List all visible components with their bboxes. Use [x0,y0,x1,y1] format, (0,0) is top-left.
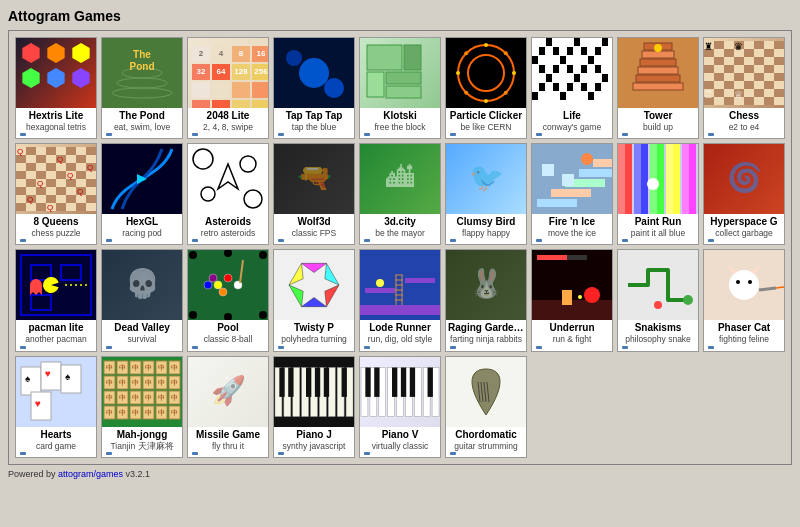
game-subtitle-hyperspace: collect garbage [706,228,782,238]
game-subtitle-pacman: another pacman [18,334,94,344]
game-card-clumsy[interactable]: Clumsy Birdflappy happy [445,143,527,245]
game-card-pianoj[interactable]: Piano Jsynthy javascript [273,356,355,458]
game-badge-pianov [362,451,438,456]
game-card-chordo[interactable]: Chordomaticguitar strumming [445,356,527,458]
game-thumb-wolf3d [274,144,354,214]
game-card-asteroids[interactable]: Asteroidsretro asteroids [187,143,269,245]
game-card-deadvalley[interactable]: Dead Valleysurvival [101,249,183,351]
game-info-hyperspace: Hyperspace Gcollect garbage [704,214,784,244]
game-thumb-twisty [274,250,354,320]
game-badge-missile [190,451,266,456]
game-title-wolf3d: Wolf3d [276,216,352,228]
games-grid-container: Hextris Litehexagonal tetrisThe Pondeat,… [8,30,792,465]
game-subtitle-clumsy: flappy happy [448,228,524,238]
games-grid: Hextris Litehexagonal tetrisThe Pondeat,… [15,37,785,458]
game-card-pond[interactable]: The Pondeat, swim, love [101,37,183,139]
game-info-raging: Raging Gardensfarting ninja rabbits [446,320,526,350]
game-subtitle-lode: run, dig, old style [362,334,438,344]
game-subtitle-3dcity: be the mayor [362,228,438,238]
game-card-particle[interactable]: Particle Clickerbe like CERN [445,37,527,139]
game-card-pianov[interactable]: Piano Vvirtually classic [359,356,441,458]
game-card-hextris[interactable]: Hextris Litehexagonal tetris [15,37,97,139]
game-card-pacman[interactable]: pacman liteanother pacman [15,249,97,351]
game-card-twisty[interactable]: Twisty Ppolyhedra turning [273,249,355,351]
game-card-life[interactable]: Lifeconway's game [531,37,613,139]
game-badge-hextris [18,132,94,137]
game-title-klotski: Klotski [362,110,438,122]
game-info-fireice: Fire 'n Icemove the ice [532,214,612,244]
game-badge-clumsy [448,238,524,243]
game-card-wolf3d[interactable]: Wolf3dclassic FPS [273,143,355,245]
game-title-pianoj: Piano J [276,429,352,441]
page-title: Attogram Games [8,8,792,24]
game-info-pianov: Piano Vvirtually classic [360,427,440,457]
game-subtitle-paintrun: paint it all blue [620,228,696,238]
game-info-pacman: pacman liteanother pacman [16,320,96,350]
game-badge-deadvalley [104,345,180,350]
game-info-chess: Chesse2 to e4 [704,108,784,138]
game-card-paintrun[interactable]: Paint Runpaint it all blue [617,143,699,245]
game-card-3dcity[interactable]: 3d.citybe the mayor [359,143,441,245]
game-thumb-3dcity [360,144,440,214]
game-badge-particle [448,132,524,137]
game-title-pacman: pacman lite [18,322,94,334]
game-subtitle-asteroids: retro asteroids [190,228,266,238]
game-card-tower[interactable]: Towerbuild up [617,37,699,139]
game-badge-3dcity [362,238,438,243]
game-info-particle: Particle Clickerbe like CERN [446,108,526,138]
game-card-phasercat[interactable]: Phaser Catfighting feline [703,249,785,351]
game-badge-asteroids [190,238,266,243]
game-title-asteroids: Asteroids [190,216,266,228]
game-info-asteroids: Asteroidsretro asteroids [188,214,268,244]
game-card-fireice[interactable]: Fire 'n Icemove the ice [531,143,613,245]
game-title-lode: Lode Runner [362,322,438,334]
game-badge-pacman [18,345,94,350]
game-thumb-8queens [16,144,96,214]
footer-link[interactable]: attogram/games [58,469,123,479]
game-subtitle-klotski: free the block [362,122,438,132]
game-subtitle-life: conway's game [534,122,610,132]
game-info-pond: The Pondeat, swim, love [102,108,182,138]
game-subtitle-2048: 2, 4, 8, swipe [190,122,266,132]
game-title-particle: Particle Clicker [448,110,524,122]
game-card-lode[interactable]: Lode Runnerrun, dig, old style [359,249,441,351]
game-info-8queens: 8 Queenschess puzzle [16,214,96,244]
game-info-hearts: Heartscard game [16,427,96,457]
game-card-hyperspace[interactable]: Hyperspace Gcollect garbage [703,143,785,245]
game-thumb-raging [446,250,526,320]
game-title-2048: 2048 Lite [190,110,266,122]
game-info-pool: Poolclassic 8-ball [188,320,268,350]
game-title-life: Life [534,110,610,122]
game-info-snakisms: Snakismsphilosophy snake [618,320,698,350]
game-thumb-underrun [532,250,612,320]
game-info-lode: Lode Runnerrun, dig, old style [360,320,440,350]
game-subtitle-underrun: run & fight [534,334,610,344]
game-thumb-missile [188,357,268,427]
game-subtitle-twisty: polyhedra turning [276,334,352,344]
game-info-missile: Missile Gamefly thru it [188,427,268,457]
game-badge-hexgl [104,238,180,243]
game-card-underrun[interactable]: Underrunrun & fight [531,249,613,351]
game-subtitle-pianov: virtually classic [362,441,438,451]
game-thumb-pianov [360,357,440,427]
game-card-8queens[interactable]: 8 Queenschess puzzle [15,143,97,245]
game-subtitle-chess: e2 to e4 [706,122,782,132]
game-title-pool: Pool [190,322,266,334]
game-title-underrun: Underrun [534,322,610,334]
game-card-raging[interactable]: Raging Gardensfarting ninja rabbits [445,249,527,351]
game-card-hearts[interactable]: Heartscard game [15,356,97,458]
game-thumb-phasercat [704,250,784,320]
game-subtitle-hextris: hexagonal tetris [18,122,94,132]
game-subtitle-pond: eat, swim, love [104,122,180,132]
game-card-klotski[interactable]: Klotskifree the block [359,37,441,139]
game-card-pool[interactable]: Poolclassic 8-ball [187,249,269,351]
game-card-chess[interactable]: Chesse2 to e4 [703,37,785,139]
game-card-mahjongg[interactable]: Mah-jonggTianjin 天津麻将 [101,356,183,458]
game-badge-pianoj [276,451,352,456]
game-card-snakisms[interactable]: Snakismsphilosophy snake [617,249,699,351]
game-info-2048: 2048 Lite2, 4, 8, swipe [188,108,268,138]
game-card-2048[interactable]: 2048 Lite2, 4, 8, swipe [187,37,269,139]
game-card-hexgl[interactable]: HexGLracing pod [101,143,183,245]
game-card-missile[interactable]: Missile Gamefly thru it [187,356,269,458]
game-card-taptap[interactable]: Tap Tap Taptap the blue [273,37,355,139]
